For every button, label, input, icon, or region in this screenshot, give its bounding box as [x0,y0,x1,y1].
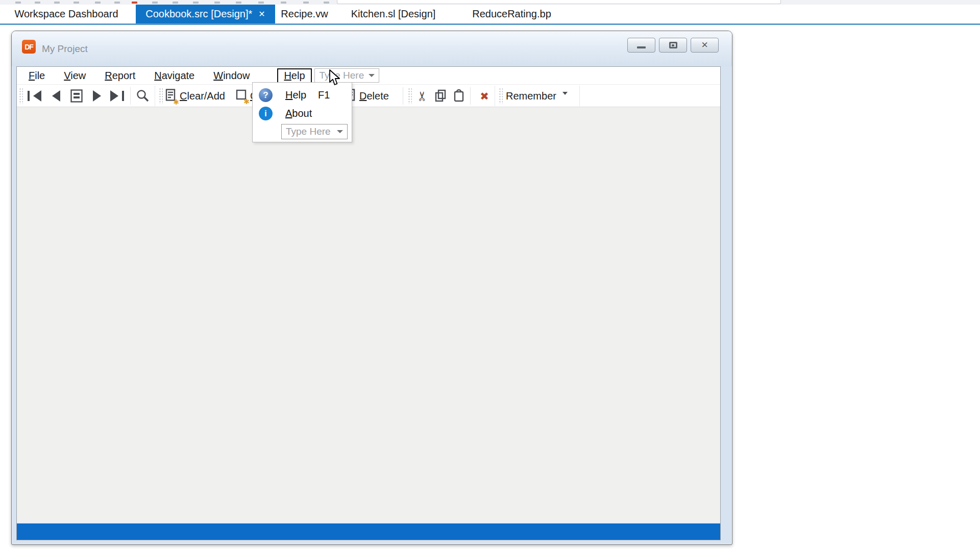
last-record-button[interactable] [107,87,127,105]
clipped-icon-mark [173,2,178,4]
toolbar-grip[interactable] [408,88,412,104]
help-menu-type-here-text: Type Here [286,126,331,137]
menu-view[interactable]: View [64,70,86,82]
toolbar-section-divider [155,86,155,106]
close-icon: ✕ [701,41,708,49]
tab-kitchen-sl[interactable]: Kitchen.sl [Design] [341,5,446,23]
close-button[interactable]: ✕ [691,38,719,53]
clear-add-icon: ✱ [165,88,176,104]
help-item-label: Help [285,89,306,101]
first-record-icon [28,91,30,101]
clipped-icon-mark [114,2,120,4]
new-star-glyph: ✱ [243,98,250,105]
mouse-cursor [329,69,342,87]
status-bar [17,522,720,540]
window-title: My Project [42,31,88,66]
maximize-icon [669,42,677,48]
copy-button[interactable] [431,87,450,105]
toolbar: ✱ Clear/Add ✱ Clear ✕ Delete [17,84,720,107]
clipped-icon-mark [236,2,241,4]
help-dropdown-menu: ? Help F1 i About Type Here [252,82,352,142]
menu-type-here-combo[interactable]: Type Here [314,68,379,83]
toolbar-grip[interactable] [159,88,163,104]
window-controls: ✕ [627,38,719,53]
menu-navigate[interactable]: Navigate [154,70,194,82]
clipped-icon-mark [303,2,309,4]
first-record-icon-arrow [33,90,41,102]
clipped-icon-mark-red [132,2,137,4]
clear-add-label: Clear/Add [180,90,225,102]
clipped-icon-mark [214,2,220,4]
chevron-down-icon [369,74,375,77]
menu-bar: File View Report Navigate Window Help Ty… [17,67,720,84]
menu-help[interactable]: Help [277,68,311,83]
clear-icon: ✱ [235,89,247,103]
clipped-icon-mark [193,2,199,4]
red-x-icon: ✖ [480,91,489,102]
clipped-icon-mark [15,2,21,4]
form-client-area[interactable] [17,107,720,522]
window-content: File View Report Navigate Window Help Ty… [16,66,721,540]
cut-icon: ✂ [415,91,428,102]
clipped-icon-mark [281,2,286,4]
active-tab-underline [0,23,980,25]
tab-recipe-vw[interactable]: Recipe.vw [275,5,334,23]
help-item-shortcut: F1 [318,89,330,101]
menu-window[interactable]: Window [213,70,250,82]
toolbar-grip[interactable] [499,88,503,104]
paste-icon [452,89,465,103]
about-info-icon: i [259,107,273,120]
next-record-icon [93,90,101,102]
last-record-icon [122,91,124,101]
cut-button[interactable]: ✂ [413,87,431,105]
clear-add-button[interactable]: ✱ Clear/Add [165,87,225,105]
help-menu-type-here-combo[interactable]: Type Here [281,124,348,139]
menu-report[interactable]: Report [105,70,135,82]
tab-reducerating-bp[interactable]: ReduceRating.bp [459,5,564,23]
paste-button[interactable] [450,87,468,105]
tab-close-icon[interactable]: ✕ [258,10,265,18]
tab-cookbook-src[interactable]: Cookbook.src [Design]* ✕ [136,5,275,23]
new-star-glyph: ✱ [173,98,179,106]
help-menu-item-help[interactable]: ? Help F1 [253,86,352,105]
editor-tab-bar: Workspace Dashboard Cookbook.src [Design… [0,5,980,23]
clipped-icon-mark [74,2,79,4]
find-button[interactable] [133,87,153,105]
toolbar-separator [470,87,471,105]
toolbar-separator [403,87,403,105]
remember-dropdown-button[interactable]: Remember [506,87,568,105]
record-list-button[interactable] [67,87,86,105]
next-record-button[interactable] [88,87,106,105]
toolbar-section-divider [579,86,580,106]
tab-cookbook-label: Cookbook.src [Design]* [145,5,252,23]
window-titlebar[interactable]: DF My Project ✕ [12,31,732,66]
minimize-button[interactable] [627,38,655,53]
maximize-button[interactable] [659,38,687,53]
chevron-down-icon [562,92,568,95]
search-icon [136,89,150,103]
clipped-search-input[interactable] [337,0,781,4]
dataflex-logo-icon: DF [22,40,36,54]
clipped-icon-mark [152,2,158,4]
clipped-toolbar-strip [0,0,980,5]
my-project-window: DF My Project ✕ File View Report Navigat… [11,31,732,545]
delete-row-button[interactable]: ✖ [474,87,495,105]
toolbar-section-divider [495,86,495,106]
previous-record-button[interactable] [47,87,65,105]
clipped-icon-mark [258,2,264,4]
toolbar-separator [130,87,131,105]
clipped-icon-mark [35,2,40,4]
menu-file[interactable]: File [29,70,45,82]
clipped-icon-mark [324,2,329,4]
toolbar-grip[interactable] [19,88,23,104]
help-menu-item-about[interactable]: i About [253,104,352,123]
chevron-down-icon [337,130,343,133]
remember-label: Remember [506,90,556,102]
minimize-icon [637,46,646,48]
about-item-label: About [285,108,312,119]
first-record-button[interactable] [24,87,44,105]
last-record-icon-arrow [110,90,118,102]
copy-icon [434,89,447,103]
record-list-icon [70,89,83,103]
tab-workspace-dashboard[interactable]: Workspace Dashboard [4,5,129,23]
